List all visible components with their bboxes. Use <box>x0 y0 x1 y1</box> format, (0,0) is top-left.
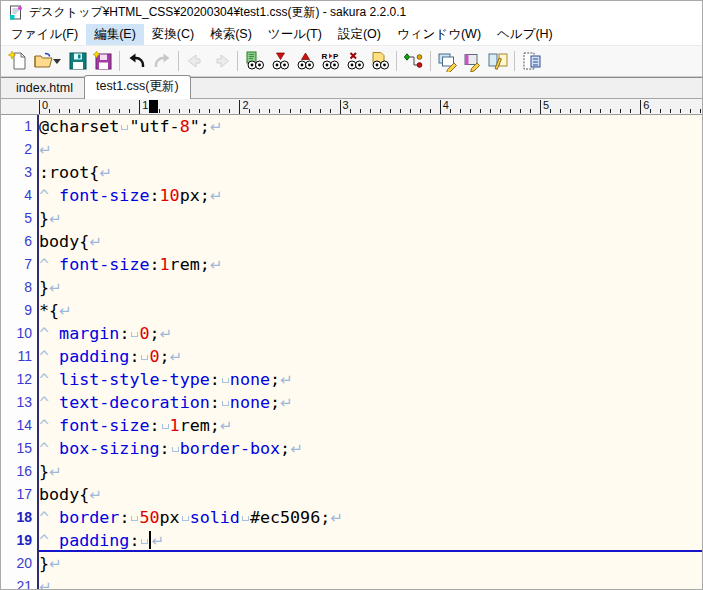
menu-item-window[interactable]: ウィンドウ(W) <box>389 24 489 45</box>
save-as-icon[interactable] <box>90 49 115 73</box>
open-file-dropdown-icon[interactable] <box>53 59 61 64</box>
ruler-tick <box>290 109 291 113</box>
code-line-9[interactable]: *{↵ <box>39 299 702 322</box>
tab-mark: ^ <box>39 323 59 343</box>
code-line-20[interactable]: }↵ <box>39 552 702 575</box>
code-line-5[interactable]: }↵ <box>39 207 702 230</box>
code-token: 10 <box>160 185 180 205</box>
return-mark: ↵ <box>99 164 112 182</box>
menu-item-settings[interactable]: 設定(O) <box>330 24 389 45</box>
return-mark: ↵ <box>39 578 52 589</box>
ruler-tick <box>370 109 371 113</box>
code-line-12[interactable]: ^ list-style-type:none;↵ <box>39 368 702 391</box>
ruler-tick <box>680 109 681 113</box>
tab-test1-css[interactable]: test1.css(更新) <box>84 75 191 99</box>
code-token: 0 <box>139 323 149 343</box>
line-number: 9 <box>1 299 37 322</box>
return-mark: ↵ <box>210 256 223 274</box>
ruler-tick <box>99 109 100 113</box>
code-line-21[interactable]: ↵ <box>39 575 702 589</box>
compare-file-icon[interactable] <box>435 49 460 73</box>
code-token: rem; <box>180 415 220 435</box>
find-prev-icon[interactable] <box>292 49 317 73</box>
code-token: : <box>150 185 160 205</box>
return-mark: ↵ <box>160 325 173 343</box>
code-token: px <box>160 507 180 527</box>
code-line-17[interactable]: body{↵ <box>39 483 702 506</box>
menu-item-tools[interactable]: ツール(T) <box>260 24 330 45</box>
space-mark <box>119 115 129 132</box>
find-next-icon[interactable] <box>267 49 292 73</box>
jump-back-icon[interactable] <box>183 49 208 73</box>
code-line-3[interactable]: :root{↵ <box>39 161 702 184</box>
save-icon[interactable] <box>65 49 90 73</box>
tab-index-html[interactable]: index.html <box>5 79 84 98</box>
ruler-tick <box>610 109 611 113</box>
find-icon[interactable] <box>242 49 267 73</box>
ruler-tick <box>470 109 471 113</box>
sakura-editor-window: デスクトップ¥HTML_CSS¥20200304¥test1.css(更新) -… <box>0 0 703 590</box>
new-file-icon[interactable] <box>5 49 30 73</box>
clear-search-mark-icon[interactable] <box>342 49 367 73</box>
line-number: 14 <box>1 414 37 437</box>
code-line-2[interactable]: ↵ <box>39 138 702 161</box>
code-line-11[interactable]: ^ padding:0;↵ <box>39 345 702 368</box>
replace-icon[interactable]: RP <box>317 49 342 73</box>
code-line-8[interactable]: }↵ <box>39 276 702 299</box>
compare-windows-icon[interactable] <box>485 49 510 73</box>
return-mark: ↵ <box>49 463 62 481</box>
menu-item-convert[interactable]: 変換(C) <box>144 24 202 45</box>
ruler-tick <box>49 109 50 113</box>
code-token: } <box>39 553 49 573</box>
code-line-10[interactable]: ^ margin:0;↵ <box>39 322 702 345</box>
code-line-13[interactable]: ^ text-decoration:none;↵ <box>39 391 702 414</box>
code-token: : <box>129 346 139 366</box>
ruler-tick <box>330 109 331 113</box>
ruler-label: 0 <box>42 99 48 111</box>
space-mark <box>139 529 149 546</box>
menu-item-file[interactable]: ファイル(F) <box>3 24 86 45</box>
menu-item-help[interactable]: ヘルプ(H) <box>489 24 561 45</box>
code-token: text-decoration <box>59 392 210 412</box>
redo-icon[interactable] <box>149 49 174 73</box>
code-line-1[interactable]: @charset"utf-8";↵ <box>39 115 702 138</box>
code-line-16[interactable]: }↵ <box>39 460 702 483</box>
ruler-tick <box>410 109 411 113</box>
code-token: } <box>39 277 49 297</box>
line-number: 16 <box>1 460 37 483</box>
titlebar: デスクトップ¥HTML_CSS¥20200304¥test1.css(更新) -… <box>1 1 702 23</box>
code-line-15[interactable]: ^ box-sizing:border-box;↵ <box>39 437 702 460</box>
code-token: : <box>150 415 160 435</box>
code-token: 50 <box>139 507 159 527</box>
diff-list-icon[interactable] <box>519 49 544 73</box>
editor-area[interactable]: 123456789101112131415161718192021 @chars… <box>1 115 702 589</box>
code-line-18[interactable]: ^ border:50pxsolid#ec5096;↵ <box>39 506 702 529</box>
undo-icon[interactable] <box>124 49 149 73</box>
tab-mark: ^ <box>39 507 59 527</box>
menu-item-search[interactable]: 検索(S) <box>202 24 260 45</box>
code-token: padding <box>59 530 129 550</box>
ruler-tick <box>460 109 461 113</box>
code-token: margin <box>59 323 119 343</box>
code-token: : <box>129 530 139 550</box>
grep-icon[interactable] <box>367 49 392 73</box>
open-file-icon[interactable] <box>30 49 55 73</box>
ruler-tick <box>700 109 701 113</box>
code-token: font-size <box>59 254 149 274</box>
line-number: 7 <box>1 253 37 276</box>
ruler-tick <box>590 109 591 113</box>
code-line-6[interactable]: body{↵ <box>39 230 702 253</box>
menu-item-edit[interactable]: 編集(E) <box>86 24 144 45</box>
outline-icon[interactable] <box>401 49 426 73</box>
tag-jump-icon[interactable] <box>460 49 485 73</box>
code-token: ; <box>149 323 159 343</box>
code-line-19[interactable]: ^ padding:↵ <box>39 529 702 552</box>
ruler-tick <box>650 109 651 113</box>
code-line-7[interactable]: ^ font-size:1rem;↵ <box>39 253 702 276</box>
toolbar: RP <box>1 46 702 77</box>
return-mark: ↵ <box>210 187 223 205</box>
jump-forward-icon[interactable] <box>208 49 233 73</box>
code-line-4[interactable]: ^ font-size:10px;↵ <box>39 184 702 207</box>
code-line-14[interactable]: ^ font-size:1rem;↵ <box>39 414 702 437</box>
code-pane[interactable]: @charset"utf-8";↵↵:root{↵^ font-size:10p… <box>39 115 702 589</box>
